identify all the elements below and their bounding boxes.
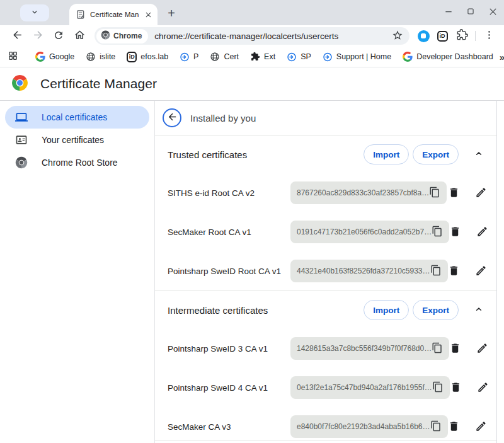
window-close-button[interactable] — [486, 5, 499, 18]
page-body: Local certificates Your certificates Chr… — [0, 101, 504, 443]
globe-icon — [86, 52, 96, 62]
window-minimize-button[interactable] — [442, 5, 455, 18]
copy-hash-button[interactable] — [429, 187, 442, 199]
certificate-sections: Trusted certificates Import Export SITHS… — [155, 135, 496, 443]
trash-icon — [449, 226, 461, 238]
collapse-section-button[interactable] — [470, 146, 488, 163]
extensions-button[interactable] — [453, 27, 471, 45]
import-button[interactable]: Import — [364, 300, 409, 320]
certificate-hash: 8767260ac829d833c30af23857cbf8a… — [297, 188, 429, 197]
edit-certificate-button[interactable] — [476, 342, 489, 355]
section-title: Trusted certificates — [168, 149, 364, 160]
edit-certificate-button[interactable] — [477, 381, 490, 394]
chrome-logo-gray-icon — [101, 30, 110, 42]
address-bar[interactable]: Chrome chrome://certificate-manager/loca… — [94, 27, 410, 45]
id-badge-icon: iD — [127, 52, 137, 62]
copy-icon — [432, 226, 443, 238]
window-controls — [442, 0, 499, 23]
back-arrow-icon — [11, 29, 23, 43]
certificate-hash: 0e13f2e1a75c47bd940a2af176b1955f… — [297, 383, 432, 392]
copy-icon — [430, 265, 442, 277]
bookmark-item[interactable]: Google — [30, 50, 79, 64]
url-text: chrome://certificate-manager/localcerts/… — [154, 32, 389, 41]
export-button[interactable]: Export — [413, 300, 459, 320]
edit-certificate-button[interactable] — [475, 187, 488, 199]
bookmark-item[interactable]: islite — [81, 50, 120, 64]
forward-button[interactable] — [28, 27, 47, 45]
certificate-hash-chip: 44321e40b163f82526fda37210c5933… — [290, 260, 448, 282]
home-button[interactable] — [70, 27, 89, 45]
trash-icon — [450, 381, 462, 394]
certificate-section: Intermediate certificates Import Export … — [155, 291, 496, 443]
section-title: Intermediate certificates — [168, 305, 364, 316]
edit-certificate-button[interactable] — [475, 420, 488, 433]
bookmark-label: Support | Home — [336, 52, 391, 61]
extension-id-icon[interactable]: iD — [433, 27, 451, 45]
export-button[interactable]: Export — [413, 144, 459, 164]
bookmark-star-button[interactable] — [389, 28, 406, 44]
sidebar: Local certificates Your certificates Chr… — [0, 101, 155, 443]
window-maximize-button[interactable] — [464, 5, 477, 18]
browser-toolbar: Chrome chrome://certificate-manager/loca… — [0, 25, 504, 47]
certificate-row: Pointsharp SweID Root CA v1 44321e40b163… — [155, 251, 496, 291]
delete-certificate-button[interactable] — [448, 265, 461, 277]
forward-arrow-icon — [32, 29, 44, 43]
certificate-hash-chip: 0e13f2e1a75c47bd940a2af176b1955f… — [290, 376, 450, 399]
pencil-icon — [475, 265, 487, 277]
bookmark-item[interactable]: Developer Dashboard — [398, 50, 498, 64]
delete-certificate-button[interactable] — [448, 187, 461, 199]
globe-icon — [210, 52, 220, 62]
bookmarks-overflow-button[interactable]: » — [500, 52, 504, 62]
bookmark-item[interactable]: Cert — [205, 50, 244, 64]
certificate-hash-chip: 8767260ac829d833c30af23857cbf8a… — [290, 181, 447, 204]
url-origin-chip: Chrome — [96, 29, 148, 43]
bookmark-label: efos.lab — [140, 52, 168, 61]
delete-certificate-button[interactable] — [449, 342, 462, 355]
copy-hash-button[interactable] — [430, 265, 443, 277]
menu-button[interactable] — [480, 27, 498, 45]
sidebar-item-chrome-root-store[interactable]: Chrome Root Store — [5, 151, 149, 174]
tab-close-button[interactable] — [143, 9, 154, 20]
certificate-row: SecMaker Root CA v1 0191c47173b21e056f6c… — [155, 212, 496, 251]
delete-certificate-button[interactable] — [449, 226, 462, 238]
bookmark-item[interactable]: iD efos.lab — [122, 50, 173, 64]
new-tab-button[interactable]: + — [163, 5, 180, 21]
copy-hash-button[interactable] — [430, 420, 443, 433]
copy-hash-button[interactable] — [432, 342, 444, 355]
bookmark-label: islite — [100, 52, 115, 61]
active-tab[interactable]: Certificate Manager — [69, 4, 158, 25]
trash-icon — [449, 342, 461, 355]
reload-button[interactable] — [49, 27, 68, 45]
back-button[interactable] — [8, 27, 26, 45]
sidebar-item-local-certificates[interactable]: Local certificates — [5, 106, 149, 129]
bookmark-item[interactable]: SP — [282, 50, 316, 64]
sidebar-item-label: Chrome Root Store — [42, 158, 118, 168]
sidebar-item-label: Your certificates — [42, 135, 104, 145]
bookmark-label: Google — [49, 52, 74, 61]
collapse-section-button[interactable] — [470, 301, 488, 319]
page-header: Certificate Manager — [0, 67, 504, 101]
toolbar-divider — [475, 31, 476, 41]
edit-certificate-button[interactable] — [476, 226, 489, 238]
copy-hash-button[interactable] — [432, 381, 445, 394]
delete-certificate-button[interactable] — [450, 381, 462, 394]
bookmark-item[interactable]: P — [175, 50, 203, 64]
pencil-icon — [477, 381, 489, 394]
import-button[interactable]: Import — [364, 144, 409, 164]
sidebar-item-your-certificates[interactable]: Your certificates — [5, 129, 149, 151]
delete-certificate-button[interactable] — [448, 420, 461, 433]
copy-hash-button[interactable] — [432, 226, 444, 238]
certificate-name: SecMaker Root CA v1 — [168, 227, 290, 237]
extension-blue-icon[interactable] — [415, 28, 432, 44]
copy-icon — [430, 420, 442, 433]
laptop-icon — [15, 111, 28, 124]
edit-certificate-button[interactable] — [475, 265, 488, 277]
certificate-name: SecMaker CA v3 — [168, 422, 290, 432]
certificate-hash: e840b0f7fc80e2192b3ad4aba5b16b6… — [297, 422, 430, 431]
bookmark-item[interactable]: Support | Home — [318, 50, 396, 64]
bookmark-item[interactable]: Ext — [245, 50, 280, 64]
copy-icon — [429, 187, 440, 199]
apps-grid-button[interactable] — [8, 48, 18, 66]
tab-search-button[interactable] — [20, 4, 49, 21]
subpage-back-button[interactable] — [163, 108, 181, 127]
